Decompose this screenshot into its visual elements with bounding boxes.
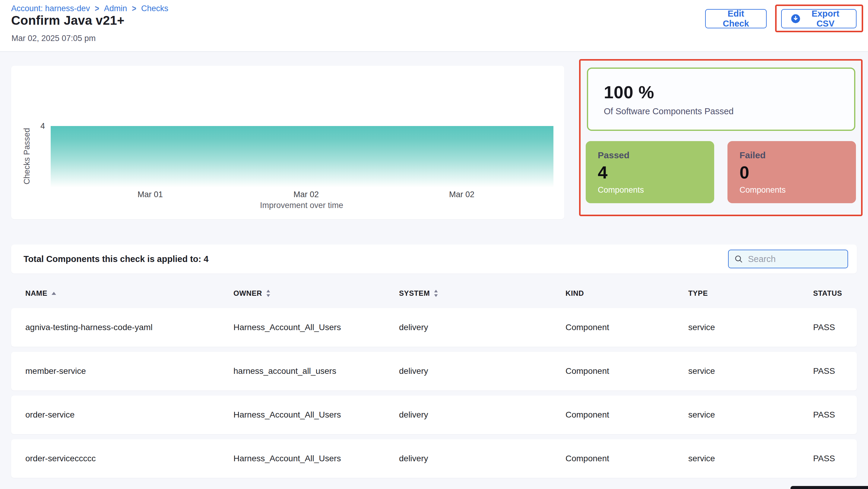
cell-kind: Component [565, 454, 688, 463]
chart-x-axis-label: Improvement over time [260, 201, 343, 210]
cell-status: PASS [813, 410, 857, 420]
column-header-name-label: NAME [25, 289, 48, 298]
caret-up-icon [52, 292, 56, 295]
column-header-kind-label: KIND [565, 289, 584, 298]
cell-owner: harness_account_all_users [234, 366, 399, 376]
passed-label: Passed [598, 150, 714, 160]
checks-passed-chart: Checks Passed 4 Mar 01 Mar 02 Mar 02 Imp… [11, 66, 564, 219]
column-header-owner-label: OWNER [234, 289, 262, 298]
total-components-bar: Total Components this check is applied t… [11, 244, 857, 273]
table-row[interactable]: order-serviceccccc Harness_Account_All_U… [11, 439, 857, 478]
cell-system: delivery [399, 410, 565, 420]
column-header-system[interactable]: SYSTEM [399, 289, 565, 298]
percent-passed-caption: Of Software Components Passed [604, 106, 854, 117]
cell-owner: Harness_Account_All_Users [234, 323, 399, 332]
table-row[interactable]: member-service harness_account_all_users… [11, 352, 857, 390]
magnifier-icon [734, 255, 743, 263]
search-input[interactable] [747, 254, 842, 264]
cell-name: order-service [25, 410, 234, 420]
cell-status: PASS [813, 323, 857, 332]
cell-status: PASS [813, 366, 857, 376]
passed-count: 4 [598, 162, 714, 183]
percent-passed-value: 100 % [604, 82, 854, 102]
column-header-type-label: TYPE [688, 289, 708, 298]
cell-name: agniva-testing-harness-code-yaml [25, 323, 234, 332]
column-header-owner[interactable]: OWNER [234, 289, 399, 298]
export-csv-label: Export CSV [804, 9, 847, 29]
cell-system: delivery [399, 366, 565, 376]
column-header-status: STATUS [813, 289, 857, 298]
search-box[interactable] [728, 250, 848, 268]
failed-unit: Components [740, 186, 856, 195]
caret-updown-icon [266, 290, 270, 297]
total-components-text: Total Components this check is applied t… [24, 254, 208, 264]
passed-stat-card: Passed 4 Components [586, 141, 714, 203]
column-header-type: TYPE [688, 289, 813, 298]
cell-kind: Component [565, 410, 688, 420]
column-header-system-label: SYSTEM [399, 289, 430, 298]
percent-passed-card: 100 % Of Software Components Passed [587, 68, 855, 131]
failed-stat-card: Failed 0 Components [727, 141, 856, 203]
chart-area-series [51, 126, 553, 188]
check-timestamp: Mar 02, 2025 07:05 pm [11, 34, 96, 43]
cell-type: service [688, 410, 813, 420]
download-circle-icon [791, 14, 801, 24]
chart-y-tick: 4 [35, 122, 45, 131]
cell-owner: Harness_Account_All_Users [234, 454, 399, 463]
cell-type: service [688, 454, 813, 463]
chart-y-axis-label: Checks Passed [22, 128, 32, 185]
table-body: agniva-testing-harness-code-yaml Harness… [11, 308, 857, 483]
cell-status: PASS [813, 454, 857, 463]
chart-x-tick: Mar 02 [293, 190, 319, 199]
cell-system: delivery [399, 454, 565, 463]
cell-owner: Harness_Account_All_Users [234, 410, 399, 420]
table-header-row: NAME OWNER SYSTEM KIND TYPE STATUS [11, 282, 857, 304]
breadcrumb: Account: harness-dev > Admin > Checks [11, 4, 168, 13]
breadcrumb-checks-link[interactable]: Checks [141, 4, 168, 13]
cell-type: service [688, 366, 813, 376]
checks-detail-page: Account: harness-dev > Admin > Checks Co… [0, 0, 868, 489]
page-header: Account: harness-dev > Admin > Checks Co… [0, 0, 868, 52]
cell-system: delivery [399, 323, 565, 332]
cell-kind: Component [565, 366, 688, 376]
failed-label: Failed [740, 150, 856, 160]
edit-check-button[interactable]: Edit Check [705, 9, 767, 28]
table-row[interactable]: agniva-testing-harness-code-yaml Harness… [11, 308, 857, 347]
page-title: Confirm Java v21+ [11, 13, 125, 28]
chart-x-tick: Mar 01 [137, 190, 163, 199]
breadcrumb-account-link[interactable]: Account: harness-dev [11, 4, 90, 13]
column-header-status-label: STATUS [813, 289, 842, 298]
chevron-right-icon: > [132, 4, 136, 13]
bottom-right-overlay [790, 486, 868, 489]
cell-name: member-service [25, 366, 234, 376]
table-row[interactable]: order-service Harness_Account_All_Users … [11, 395, 857, 434]
caret-updown-icon [434, 290, 438, 297]
cell-name: order-serviceccccc [25, 454, 234, 463]
failed-count: 0 [740, 162, 856, 183]
column-header-kind: KIND [565, 289, 688, 298]
column-header-name[interactable]: NAME [25, 289, 234, 298]
export-csv-button[interactable]: Export CSV [781, 9, 857, 28]
chart-x-tick: Mar 02 [449, 190, 474, 199]
passed-unit: Components [598, 186, 714, 195]
chevron-right-icon: > [95, 4, 99, 13]
cell-kind: Component [565, 323, 688, 332]
breadcrumb-admin-link[interactable]: Admin [104, 4, 127, 13]
edit-check-label: Edit Check [715, 9, 757, 29]
cell-type: service [688, 323, 813, 332]
